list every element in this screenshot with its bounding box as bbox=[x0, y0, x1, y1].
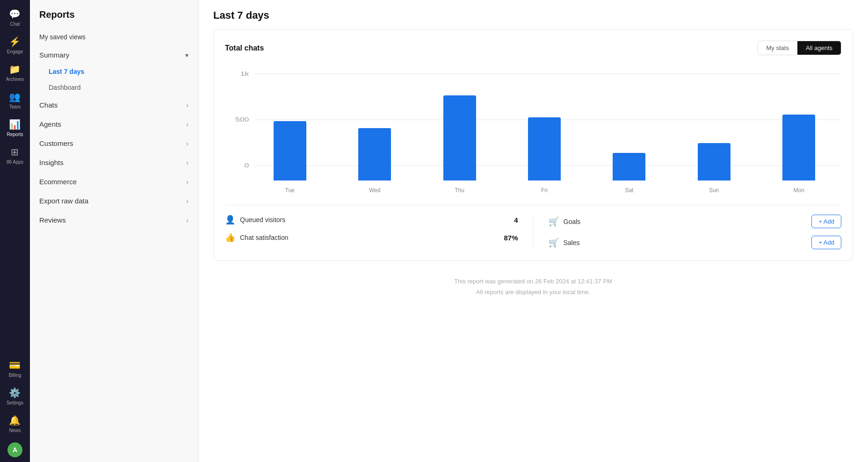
x-label-thu: Thu bbox=[417, 187, 502, 194]
main-content: Last 7 days Total chats My statsAll agen… bbox=[198, 0, 868, 462]
reports-icon: 📊 bbox=[9, 119, 21, 130]
footer-line2: All reports are displayed in your local … bbox=[198, 287, 868, 297]
bar-tue bbox=[274, 121, 306, 180]
nav-item-engage[interactable]: ⚡Engage bbox=[4, 31, 26, 59]
reports-label: Reports bbox=[7, 132, 23, 137]
nav-item-team[interactable]: 👥Team bbox=[4, 87, 26, 114]
bar-group-thu bbox=[417, 65, 502, 180]
satisfaction-icon: 👍 bbox=[225, 232, 235, 243]
settings-label: Settings bbox=[7, 400, 23, 405]
sales-icon: 🛒 bbox=[549, 238, 559, 248]
chat-icon: 💬 bbox=[9, 8, 21, 20]
icon-nav: 💬Chat⚡Engage📁Archives👥Team📊Reports⊞86 Ap… bbox=[0, 0, 30, 462]
engage-icon: ⚡ bbox=[9, 36, 21, 47]
queued-value: 4 bbox=[514, 216, 518, 224]
nav-item-billing[interactable]: 💳Billing bbox=[5, 355, 25, 383]
toggle-mystats[interactable]: My stats bbox=[758, 41, 797, 55]
nav-item-chat[interactable]: 💬Chat bbox=[4, 4, 26, 31]
team-label: Team bbox=[9, 104, 21, 109]
chevron-chats-icon: › bbox=[186, 101, 188, 109]
team-icon: 👥 bbox=[9, 91, 21, 102]
nav-item-reviews[interactable]: Reviews› bbox=[30, 210, 198, 230]
chevron-customers-icon: › bbox=[186, 140, 188, 147]
nav-item-label-exportrawdata: Export raw data bbox=[39, 197, 88, 205]
x-label-sun: Sun bbox=[672, 187, 756, 194]
svg-text:500: 500 bbox=[235, 116, 249, 123]
nav-item-insights[interactable]: Insights› bbox=[30, 153, 198, 172]
nav-item-label-ecommerce: Ecommerce bbox=[39, 178, 77, 186]
billing-label: Billing bbox=[9, 373, 22, 378]
bar-group-mon bbox=[757, 65, 841, 180]
saved-views-link[interactable]: My saved views bbox=[39, 29, 188, 44]
nav-item-reports[interactable]: 📊Reports bbox=[4, 114, 26, 142]
nav-item-news[interactable]: 🔔News bbox=[5, 410, 25, 438]
sidebar-title: Reports bbox=[30, 0, 198, 28]
satisfaction-label: Chat satisfaction bbox=[240, 234, 289, 241]
nav-sub-dashboard[interactable]: Dashboard bbox=[30, 79, 198, 95]
nav-item-archives[interactable]: 📁Archives bbox=[4, 59, 26, 87]
bar-fri bbox=[528, 117, 561, 180]
x-label-wed: Wed bbox=[332, 187, 417, 194]
bar-group-tue bbox=[247, 65, 332, 180]
chart-container: Total chats My statsAll agents 1k 500 0 … bbox=[213, 29, 853, 261]
nav-item-settings[interactable]: ⚙️Settings bbox=[5, 383, 25, 410]
nav-item-exportrawdata[interactable]: Export raw data› bbox=[30, 191, 198, 210]
nav-sub-last7days[interactable]: Last 7 days bbox=[30, 64, 198, 79]
satisfaction-value: 87% bbox=[504, 234, 518, 242]
toggle-allagents[interactable]: All agents bbox=[797, 41, 841, 55]
billing-icon: 💳 bbox=[9, 360, 21, 371]
nav-group-label-summary: Summary bbox=[39, 51, 69, 59]
archives-label: Archives bbox=[6, 77, 24, 82]
nav-item-label-reviews: Reviews bbox=[39, 216, 66, 224]
nav-item-agents[interactable]: Agents› bbox=[30, 115, 198, 134]
stats-left: 👤 Queued visitors 4 👍 Chat satisfaction … bbox=[225, 215, 534, 249]
x-label-mon: Mon bbox=[757, 187, 841, 194]
nav-item-label-agents: Agents bbox=[39, 120, 61, 128]
nav-item-label-chats: Chats bbox=[39, 101, 58, 109]
archives-icon: 📁 bbox=[9, 64, 21, 75]
nav-item-label-insights: Insights bbox=[39, 159, 64, 166]
goals-label: Goals bbox=[564, 218, 581, 225]
x-label-fri: Fri bbox=[502, 187, 586, 194]
nav-item-ecommerce[interactable]: Ecommerce› bbox=[30, 172, 198, 191]
news-icon: 🔔 bbox=[9, 415, 21, 426]
footer-line1: This report was generated on 26 Feb 2024… bbox=[198, 276, 868, 287]
chevron-summary-icon: ▾ bbox=[185, 51, 188, 59]
x-label-sat: Sat bbox=[587, 187, 672, 194]
stat-label-group-queued: 👤 Queued visitors bbox=[225, 215, 285, 225]
chart-header: Total chats My statsAll agents bbox=[225, 41, 841, 55]
goals-icon: 🛒 bbox=[549, 217, 559, 227]
stat-label-group-sales: 🛒 Sales bbox=[549, 238, 580, 248]
chat-label: Chat bbox=[10, 22, 20, 27]
chevron-insights-icon: › bbox=[186, 159, 188, 166]
queued-label: Queued visitors bbox=[240, 216, 285, 224]
stat-label-group-goals: 🛒 Goals bbox=[549, 217, 581, 227]
nav-group-summary[interactable]: Summary▾ bbox=[30, 46, 198, 64]
news-label: News bbox=[9, 428, 21, 433]
user-avatar[interactable]: A bbox=[5, 438, 25, 462]
add-sales-button[interactable]: + Add bbox=[811, 236, 841, 249]
stat-queued: 👤 Queued visitors 4 bbox=[225, 215, 518, 225]
apps-label: 86 Apps bbox=[7, 159, 23, 165]
add-goals-button[interactable]: + Add bbox=[811, 215, 841, 228]
nav-item-label-customers: Customers bbox=[39, 139, 73, 147]
page-title: Last 7 days bbox=[198, 0, 868, 29]
nav-item-chats[interactable]: Chats› bbox=[30, 95, 198, 115]
bar-mon bbox=[782, 115, 815, 180]
bar-group-sun bbox=[672, 65, 756, 180]
sales-label: Sales bbox=[564, 239, 580, 246]
sidebar: Reports My saved views Summary▾Last 7 da… bbox=[30, 0, 198, 462]
apps-icon: ⊞ bbox=[11, 146, 19, 158]
nav-item-customers[interactable]: Customers› bbox=[30, 134, 198, 153]
stat-sales: 🛒 Sales + Add bbox=[549, 236, 842, 249]
report-footer: This report was generated on 26 Feb 2024… bbox=[198, 261, 868, 307]
bar-group-sat bbox=[587, 65, 672, 180]
x-label-tue: Tue bbox=[247, 187, 332, 194]
stat-satisfaction: 👍 Chat satisfaction 87% bbox=[225, 232, 518, 243]
bar-sat bbox=[613, 153, 645, 180]
stat-label-group-satisfaction: 👍 Chat satisfaction bbox=[225, 232, 289, 243]
settings-icon: ⚙️ bbox=[9, 387, 21, 398]
nav-item-apps[interactable]: ⊞86 Apps bbox=[4, 142, 26, 169]
bar-group-wed bbox=[332, 65, 417, 180]
bar-group-fri bbox=[502, 65, 586, 180]
